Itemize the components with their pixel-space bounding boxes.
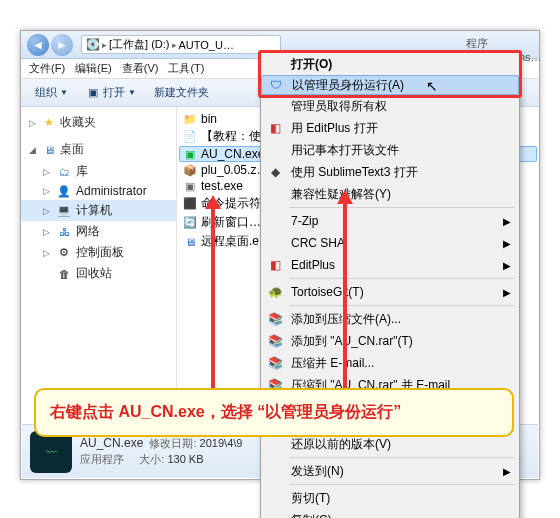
- library-icon: 🗂: [57, 165, 71, 179]
- menu-separator: [289, 484, 515, 485]
- shortcut-icon: 🖥: [183, 235, 197, 249]
- menu-separator: [289, 207, 515, 208]
- menu-view[interactable]: 查看(V): [122, 61, 159, 76]
- user-icon: 👤: [57, 184, 71, 198]
- winrar-icon: 📚: [267, 311, 283, 327]
- sublime-icon: ◆: [267, 164, 283, 180]
- ctx-add-rar[interactable]: 📚添加到 "AU_CN.rar"(T): [261, 330, 519, 352]
- sidebar-item-network[interactable]: ▷🖧网络: [21, 221, 176, 242]
- details-size-label: 大小:: [139, 453, 164, 465]
- address-bar[interactable]: 💽 ▸ [工作盘] (D:) ▸ AUTO_U…: [81, 35, 281, 54]
- details-mod-label: 修改日期:: [149, 437, 196, 449]
- recycle-icon: 🗑: [57, 267, 71, 281]
- network-icon: 🖧: [57, 225, 71, 239]
- shortcut-icon: 🔄: [183, 216, 197, 230]
- computer-icon: 💻: [57, 204, 71, 218]
- app-icon: ▣: [86, 86, 100, 100]
- ctx-editplus-open[interactable]: ◧用 EditPlus 打开: [261, 117, 519, 139]
- sidebar-desktop[interactable]: ◢🖥桌面: [21, 138, 176, 161]
- star-icon: ★: [42, 116, 56, 130]
- details-type: 应用程序: [80, 453, 124, 465]
- tortoise-icon: 🐢: [267, 284, 283, 300]
- open-button[interactable]: ▣打开▼: [80, 83, 142, 102]
- nav-sidebar: ▷★收藏夹 ◢🖥桌面 ▷🗂库 ▷👤Administrator ▷💻计算机 ▷🖧网…: [21, 107, 177, 425]
- annotation-callout: 右键点击 AU_CN.exe，选择 “以管理员身份运行”: [34, 388, 514, 437]
- sidebar-item-libraries[interactable]: ▷🗂库: [21, 161, 176, 182]
- sidebar-item-recycle[interactable]: 🗑回收站: [21, 263, 176, 284]
- ctx-zip-email[interactable]: 📚压缩并 E-mail...: [261, 352, 519, 374]
- callout-text: 右键点击 AU_CN.exe，选择 “以管理员身份运行”: [50, 403, 401, 420]
- ctx-tortoise[interactable]: 🐢TortoiseGit(T)▶: [261, 281, 519, 303]
- new-folder-button[interactable]: 新建文件夹: [148, 83, 215, 102]
- menu-separator: [289, 305, 515, 306]
- winrar-icon: 📚: [267, 355, 283, 371]
- ctx-editplus[interactable]: ◧EditPlus▶: [261, 254, 519, 276]
- details-filename: AU_CN.exe: [80, 436, 143, 450]
- ctx-sublime-open[interactable]: ◆使用 SublimeText3 打开: [261, 161, 519, 183]
- organize-button[interactable]: 组织▼: [29, 83, 74, 102]
- ctx-7zip[interactable]: 7-Zip▶: [261, 210, 519, 232]
- ctx-sendto[interactable]: 发送到(N)▶: [261, 460, 519, 482]
- submenu-arrow-icon: ▶: [503, 466, 511, 477]
- annotation-box: [258, 50, 522, 98]
- context-menu: 打开(O) 🛡以管理员身份运行(A) 管理员取得所有权 ◧用 EditPlus …: [260, 52, 520, 518]
- sidebar-favorites[interactable]: ▷★收藏夹: [21, 111, 176, 134]
- ctx-take-ownership[interactable]: 管理员取得所有权: [261, 95, 519, 117]
- submenu-arrow-icon: ▶: [503, 216, 511, 227]
- path-segment[interactable]: AUTO_U…: [179, 39, 234, 51]
- ctx-add-archive[interactable]: 📚添加到压缩文件(A)...: [261, 308, 519, 330]
- ctx-cut[interactable]: 剪切(T): [261, 487, 519, 509]
- submenu-arrow-icon: ▶: [503, 287, 511, 298]
- shortcut-icon: ⬛: [183, 197, 197, 211]
- details-size-value: 130 KB: [167, 453, 203, 465]
- submenu-arrow-icon: ▶: [503, 260, 511, 271]
- sidebar-item-computer[interactable]: ▷💻计算机: [21, 200, 176, 221]
- editplus-icon: ◧: [267, 257, 283, 273]
- control-panel-icon: ⚙: [57, 246, 71, 260]
- editplus-icon: ◧: [267, 120, 283, 136]
- menu-edit[interactable]: 编辑(E): [75, 61, 112, 76]
- menu-separator: [289, 457, 515, 458]
- forward-button[interactable]: ►: [51, 34, 73, 56]
- menu-separator: [289, 278, 515, 279]
- sidebar-item-control[interactable]: ▷⚙控制面板: [21, 242, 176, 263]
- menu-file[interactable]: 文件(F): [29, 61, 65, 76]
- exe-icon: ▣: [183, 179, 197, 193]
- drive-icon: 💽: [86, 38, 100, 52]
- details-mod-value: 2019\4\9: [200, 437, 243, 449]
- menu-tools[interactable]: 工具(T): [168, 61, 204, 76]
- ctx-compat[interactable]: 兼容性疑难解答(Y): [261, 183, 519, 205]
- sidebar-item-admin[interactable]: ▷👤Administrator: [21, 182, 176, 200]
- doc-icon: 📄: [183, 130, 197, 144]
- desktop-icon: 🖥: [42, 143, 56, 157]
- back-button[interactable]: ◄: [27, 34, 49, 56]
- exe-icon: ▣: [183, 147, 197, 161]
- ctx-copy[interactable]: 复制(C): [261, 509, 519, 518]
- archive-icon: 📦: [183, 163, 197, 177]
- ctx-notepad-open[interactable]: 用记事本打开该文件: [261, 139, 519, 161]
- winrar-icon: 📚: [267, 333, 283, 349]
- ctx-crc[interactable]: CRC SHA▶: [261, 232, 519, 254]
- folder-icon: 📁: [183, 112, 197, 126]
- submenu-arrow-icon: ▶: [503, 238, 511, 249]
- path-segment[interactable]: [工作盘] (D:): [109, 37, 170, 52]
